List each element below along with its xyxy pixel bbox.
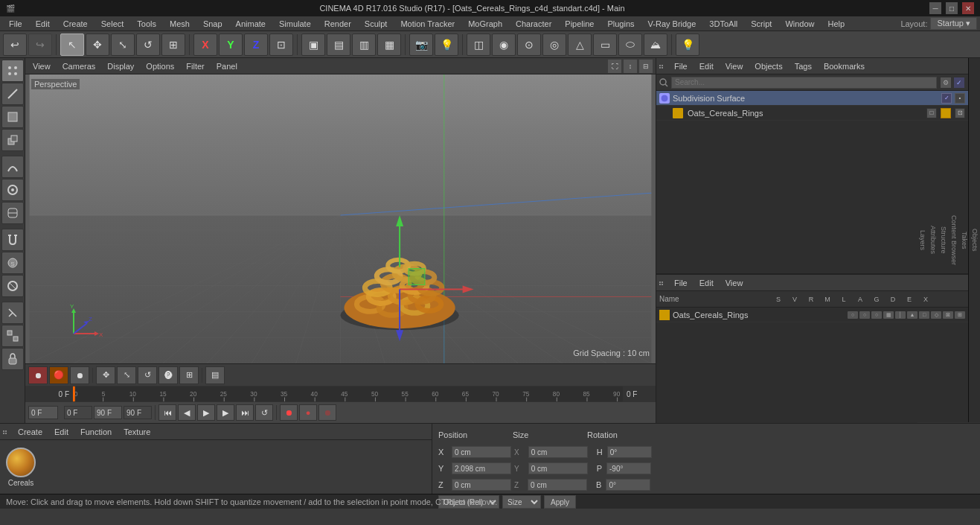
- apply-btn[interactable]: Apply: [544, 495, 576, 509]
- menu-render[interactable]: Render: [318, 18, 357, 30]
- edge-mode-btn[interactable]: [1, 83, 24, 105]
- render-picture-viewer-btn[interactable]: ▥: [352, 34, 376, 56]
- menu-window[interactable]: Window: [779, 18, 820, 30]
- magnet-btn[interactable]: [1, 229, 24, 251]
- vp-view-btn[interactable]: View: [28, 60, 55, 72]
- undo-btn[interactable]: ↩: [3, 34, 27, 56]
- coord-x-size[interactable]: [528, 446, 588, 458]
- landscape-btn[interactable]: ⛰: [644, 34, 667, 56]
- disc-btn[interactable]: ⬭: [618, 34, 642, 56]
- vp-icon-1[interactable]: ⛶: [608, 60, 621, 73]
- record-active-btn[interactable]: ⏺: [280, 404, 298, 421]
- obj-edit-btn[interactable]: Edit: [695, 61, 718, 71]
- plane-btn[interactable]: ▭: [593, 34, 617, 56]
- record-object-btn[interactable]: ●: [299, 404, 317, 421]
- prev-frame-btn[interactable]: ◀: [178, 404, 196, 421]
- redo-btn[interactable]: ↪: [28, 34, 52, 56]
- menu-3dtoall[interactable]: 3DToAll: [703, 18, 743, 30]
- pla-btn[interactable]: ⊞: [179, 366, 199, 384]
- attr-icon-r[interactable]: ○: [871, 311, 882, 319]
- coord-z-rot[interactable]: [606, 479, 650, 491]
- spline-mode-btn[interactable]: [1, 156, 24, 178]
- frame-end-inner-input[interactable]: [94, 406, 122, 419]
- tab-content-browser[interactable]: Content Browser: [949, 58, 959, 423]
- vp-icon-3[interactable]: ⊟: [639, 60, 653, 73]
- menu-sculpt[interactable]: Sculpt: [359, 18, 394, 30]
- menu-plugins[interactable]: Plugins: [601, 18, 640, 30]
- poly-mode-btn[interactable]: [1, 106, 24, 128]
- world-space-btn[interactable]: ⊡: [269, 34, 293, 56]
- mat-edit-btn[interactable]: Edit: [50, 427, 73, 437]
- object-mode-btn[interactable]: [1, 129, 24, 151]
- coord-y-size[interactable]: [528, 462, 588, 474]
- go-start-btn[interactable]: ⏮: [158, 404, 176, 421]
- menu-character[interactable]: Character: [510, 18, 557, 30]
- maximize-btn[interactable]: □: [946, 2, 958, 14]
- rotate-tool-btn[interactable]: ↺: [136, 34, 160, 56]
- parameter-btn[interactable]: 🅟: [158, 366, 178, 384]
- mat-texture-btn[interactable]: Texture: [119, 427, 155, 437]
- move-tool-btn[interactable]: ✥: [86, 34, 109, 56]
- point-mode-btn[interactable]: [1, 60, 24, 82]
- coord-x-pos[interactable]: [452, 446, 511, 458]
- deformer-btn[interactable]: [1, 202, 24, 224]
- size-mode-dropdown[interactable]: Size Scale: [502, 495, 541, 509]
- texture-btn[interactable]: [1, 275, 24, 297]
- obj-file-btn[interactable]: File: [670, 61, 692, 71]
- go-end-btn[interactable]: ⏭: [236, 404, 254, 421]
- timeline-ruler-marks[interactable]: 0 5 10 15 20 25 30 35: [73, 386, 623, 402]
- coord-z-pos[interactable]: [452, 479, 511, 491]
- attr-icon-m[interactable]: ▦: [883, 311, 894, 319]
- sphere-btn[interactable]: ◉: [492, 34, 516, 56]
- attr-icon-l[interactable]: │: [895, 311, 906, 319]
- attr-edit-btn[interactable]: Edit: [695, 278, 718, 288]
- snap-btn[interactable]: [1, 325, 24, 347]
- render-region-btn[interactable]: ▣: [301, 34, 325, 56]
- menu-animate[interactable]: Animate: [230, 18, 272, 30]
- obj-objects-btn[interactable]: Objects: [750, 61, 787, 71]
- obj-search-input[interactable]: [671, 77, 937, 89]
- obj-bookmarks-btn[interactable]: Bookmarks: [819, 61, 869, 71]
- knife-btn[interactable]: [1, 302, 24, 324]
- menu-script[interactable]: Script: [745, 18, 778, 30]
- minimize-btn[interactable]: ─: [929, 2, 941, 14]
- mat-item-cereals[interactable]: Cereals: [6, 448, 36, 487]
- attr-file-btn[interactable]: File: [670, 278, 692, 288]
- axis-x-btn[interactable]: X: [193, 34, 217, 56]
- layout-dropdown[interactable]: Startup ▾: [930, 17, 977, 30]
- timeline-ruler[interactable]: 0 F 0 5 10 15 20: [25, 386, 656, 402]
- move-key-btn[interactable]: ✥: [96, 366, 115, 384]
- tab-structure[interactable]: Structure: [938, 58, 949, 423]
- cone-btn[interactable]: △: [568, 34, 592, 56]
- record-key-btn[interactable]: 🔴: [49, 366, 68, 384]
- select-tool-btn[interactable]: ↖: [60, 34, 84, 56]
- vp-cameras-btn[interactable]: Cameras: [58, 60, 100, 72]
- obj-view-btn[interactable]: View: [721, 61, 748, 71]
- cylinder-btn[interactable]: ⊙: [517, 34, 541, 56]
- menu-tools[interactable]: Tools: [131, 18, 162, 30]
- tab-attributes[interactable]: Attributes: [928, 58, 938, 423]
- camera-btn[interactable]: 📷: [409, 34, 433, 56]
- menu-file[interactable]: File: [3, 18, 28, 30]
- vp-options-btn[interactable]: Options: [141, 60, 179, 72]
- close-btn[interactable]: ✕: [962, 2, 974, 14]
- menu-pipeline[interactable]: Pipeline: [559, 18, 600, 30]
- nurbs-btn[interactable]: [1, 179, 24, 201]
- menu-select[interactable]: Select: [95, 18, 130, 30]
- render-settings-btn[interactable]: ▦: [377, 34, 401, 56]
- menu-snap[interactable]: Snap: [197, 18, 228, 30]
- menu-mesh[interactable]: Mesh: [164, 18, 196, 30]
- motion-record-btn[interactable]: ⏺: [318, 404, 336, 421]
- bulb-btn[interactable]: 💡: [676, 34, 699, 56]
- menu-help[interactable]: Help: [822, 18, 851, 30]
- auto-key-btn[interactable]: ⏺: [70, 366, 89, 384]
- render-active-view-btn[interactable]: ▤: [327, 34, 350, 56]
- lock-btn[interactable]: [1, 348, 24, 370]
- mat-function-btn[interactable]: Function: [76, 427, 116, 437]
- coord-z-size[interactable]: [528, 479, 587, 491]
- tab-takes[interactable]: Takes: [959, 58, 970, 423]
- coord-x-rot[interactable]: [607, 446, 652, 458]
- attr-icon-a[interactable]: ▲: [907, 311, 917, 319]
- play-btn[interactable]: ▶: [197, 404, 215, 421]
- menu-mograph[interactable]: MoGraph: [462, 18, 508, 30]
